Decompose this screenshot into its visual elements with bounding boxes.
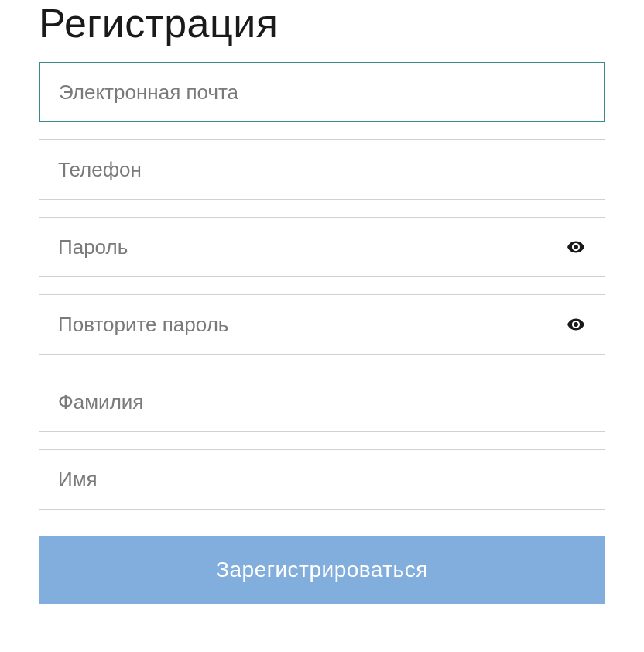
- phone-input[interactable]: [39, 139, 605, 200]
- password-field-wrapper: [39, 217, 605, 277]
- password-confirm-input[interactable]: [39, 294, 605, 355]
- submit-button[interactable]: Зарегистрироваться: [39, 536, 605, 604]
- registration-form: Регистрация Зарегистрироваться: [39, 0, 605, 604]
- firstname-field-wrapper: [39, 449, 605, 510]
- lastname-input[interactable]: [39, 372, 605, 432]
- eye-icon: [567, 238, 585, 256]
- email-field-wrapper: [39, 62, 605, 122]
- password-confirm-field-wrapper: [39, 294, 605, 355]
- eye-icon: [567, 315, 585, 334]
- phone-field-wrapper: [39, 139, 605, 200]
- password-input[interactable]: [39, 217, 605, 277]
- lastname-field-wrapper: [39, 372, 605, 432]
- email-input[interactable]: [39, 62, 605, 122]
- password-visibility-toggle[interactable]: [565, 236, 587, 258]
- firstname-input[interactable]: [39, 449, 605, 510]
- form-title: Регистрация: [39, 0, 605, 46]
- password-confirm-visibility-toggle[interactable]: [565, 314, 587, 335]
